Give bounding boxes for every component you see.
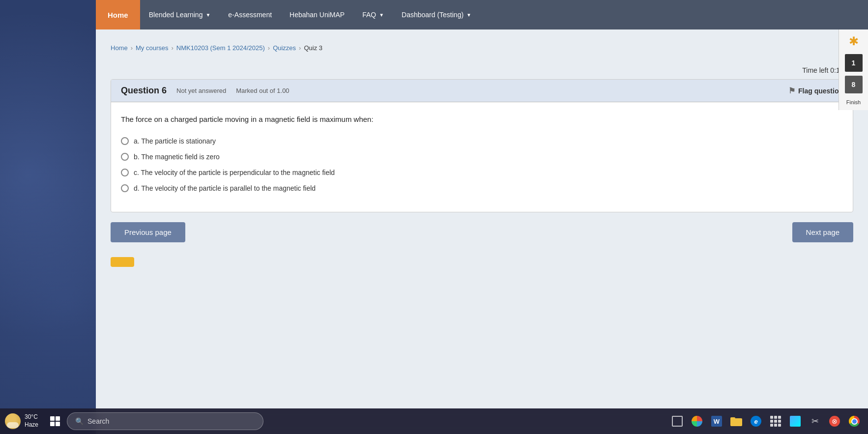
bottom-yellow-button[interactable]	[111, 257, 134, 267]
copilot-icon[interactable]	[688, 412, 706, 430]
photos-icon[interactable]	[786, 412, 804, 430]
question-number: Question 6	[121, 86, 167, 96]
start-button[interactable]	[46, 412, 64, 430]
photos-logo-icon	[790, 416, 801, 427]
breadcrumb-quiz: Quiz 3	[304, 44, 322, 52]
weather-icon	[5, 413, 21, 429]
question-card: Question 6 Not yet answered Marked out o…	[111, 79, 853, 212]
breadcrumb-my-courses[interactable]: My courses	[136, 44, 168, 52]
flag-question-button[interactable]: ⚑ Flag question	[788, 86, 843, 95]
file-explorer-icon[interactable]	[727, 412, 745, 430]
option-c-row[interactable]: c. The velocity of the particle is perpe…	[121, 169, 843, 176]
edge-icon[interactable]: e	[747, 412, 765, 430]
copilot-colorful-icon	[692, 416, 702, 427]
option-c-label: c. The velocity of the particle is perpe…	[134, 169, 335, 176]
option-b-label: b. The magnetic field is zero	[134, 153, 220, 161]
grid-icon	[770, 416, 781, 427]
flag-question-label: Flag question	[798, 87, 843, 95]
nav-hebahan[interactable]: Hebahan UniMAP	[281, 0, 353, 29]
breadcrumb-home[interactable]: Home	[111, 44, 128, 52]
weather-text: 30°C Haze	[25, 413, 38, 429]
nav-dashboard[interactable]: Dashboard (Testing) ▼	[393, 0, 480, 29]
breadcrumb-sep-1: ›	[131, 44, 133, 52]
breadcrumb-course[interactable]: NMK10203 (Sem 1 2024/2025)	[176, 44, 265, 52]
folder-icon	[730, 416, 742, 426]
taskbar: 30°C Haze 🔍 Search W e	[0, 408, 868, 434]
question-marks: Marked out of 1.00	[236, 87, 289, 94]
breadcrumb-quizzes[interactable]: Quizzes	[273, 44, 296, 52]
content-area: Home › My courses › NMK10203 (Sem 1 2024…	[96, 29, 868, 277]
antivirus-icon[interactable]: ⊗	[826, 412, 843, 430]
question-header: Question 6 Not yet answered Marked out o…	[111, 80, 853, 102]
option-b-radio[interactable]	[121, 153, 129, 161]
dashboard-arrow-icon: ▼	[466, 12, 471, 18]
right-sidebar: ✱ 1 8 Finish	[839, 29, 868, 110]
question-body: The force on a charged particle moving i…	[111, 102, 853, 212]
option-a-row[interactable]: a. The particle is stationary	[121, 137, 843, 145]
nav-blended-learning[interactable]: Blended Learning ▼	[140, 0, 220, 29]
faq-arrow-icon: ▼	[379, 12, 384, 18]
word-icon[interactable]: W	[708, 412, 725, 430]
option-c-radio[interactable]	[121, 169, 129, 176]
microsoft-store-icon[interactable]	[767, 412, 784, 430]
sidebar-finish-button[interactable]: Finish	[846, 99, 861, 105]
sidebar-question-1[interactable]: 1	[845, 54, 863, 72]
nav-faq[interactable]: FAQ ▼	[353, 0, 393, 29]
option-d-radio[interactable]	[121, 184, 129, 192]
question-text: The force on a charged particle moving i…	[121, 114, 843, 125]
taskbar-icons: W e ✂ ⊗	[668, 412, 863, 430]
chrome-logo-icon	[849, 416, 860, 427]
breadcrumb-sep-3: ›	[268, 44, 270, 52]
question-status: Not yet answered	[176, 87, 226, 94]
flag-icon: ⚑	[788, 86, 795, 95]
weather-temp: 30°C	[25, 413, 38, 421]
snipping-tool-icon[interactable]: ✂	[806, 412, 824, 430]
task-view-icon[interactable]	[668, 412, 686, 430]
star-icon: ✱	[849, 34, 859, 48]
chrome-icon[interactable]	[845, 412, 863, 430]
nav-e-assessment[interactable]: e-Assessment	[219, 0, 281, 29]
option-d-label: d. The velocity of the particle is paral…	[134, 184, 316, 192]
word-logo-icon: W	[711, 416, 722, 427]
timer-row: Time left 0:12:02	[111, 66, 853, 74]
blended-learning-arrow-icon: ▼	[205, 12, 210, 18]
nav-home-button[interactable]: Home	[96, 0, 140, 29]
next-page-button[interactable]: Next page	[792, 222, 853, 242]
windows-logo-icon	[50, 416, 60, 426]
breadcrumb: Home › My courses › NMK10203 (Sem 1 2024…	[111, 39, 853, 57]
search-bar-placeholder: Search	[87, 417, 109, 425]
edge-logo-icon: e	[751, 416, 761, 427]
previous-page-button[interactable]: Previous page	[111, 222, 185, 242]
option-a-radio[interactable]	[121, 137, 129, 145]
breadcrumb-sep-4: ›	[299, 44, 301, 52]
background-pattern	[0, 0, 96, 434]
search-icon: 🔍	[75, 417, 84, 425]
antivirus-logo-icon: ⊗	[829, 416, 840, 427]
scissors-icon: ✂	[811, 416, 819, 427]
weather-condition: Haze	[25, 421, 38, 429]
navbar: Home Blended Learning ▼ e-Assessment Heb…	[96, 0, 868, 29]
option-d-row[interactable]: d. The velocity of the particle is paral…	[121, 184, 843, 192]
main-wrapper: Home Blended Learning ▼ e-Assessment Heb…	[96, 0, 868, 434]
breadcrumb-sep-2: ›	[172, 44, 174, 52]
option-b-row[interactable]: b. The magnetic field is zero	[121, 153, 843, 161]
option-a-label: a. The particle is stationary	[134, 137, 216, 145]
sidebar-question-8[interactable]: 8	[845, 76, 863, 93]
nav-buttons: Previous page Next page	[111, 222, 853, 242]
taskbar-weather: 30°C Haze	[5, 413, 38, 429]
taskbar-search-bar[interactable]: 🔍 Search	[67, 412, 263, 430]
